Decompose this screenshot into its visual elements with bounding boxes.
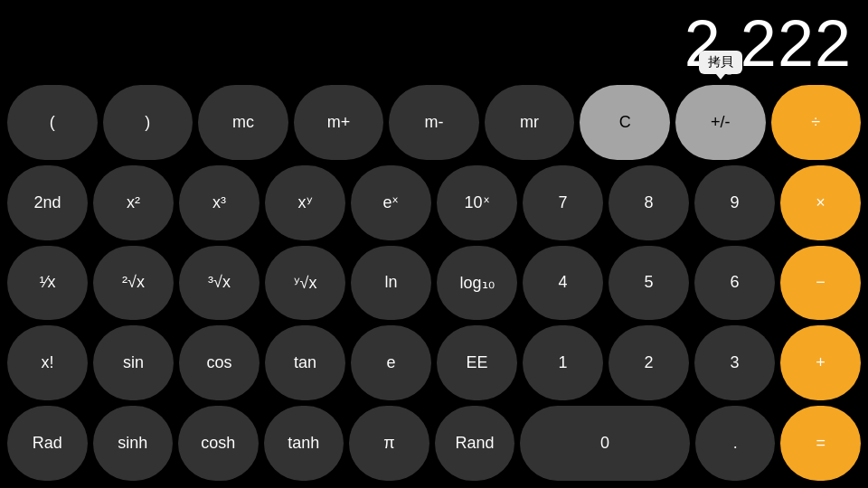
btn-label-equals: =	[816, 434, 826, 453]
btn-label-ex: eˣ	[382, 192, 399, 212]
btn-mr[interactable]: mr	[485, 85, 575, 160]
btn-label-mr: mr	[520, 113, 539, 132]
row-3: x!sincostaneEE123+	[7, 325, 861, 400]
btn-divide[interactable]: ÷	[771, 85, 862, 160]
btn-label-m-plus: m+	[327, 113, 351, 132]
btn-clear[interactable]: C	[580, 85, 670, 160]
btn-label-3: 3	[730, 353, 739, 372]
btn-sqrt3[interactable]: ³√x	[179, 246, 259, 321]
btn-label-factorial: x!	[41, 353, 53, 372]
btn-label-sqrty: ʸ√x	[294, 273, 317, 293]
btn-5[interactable]: 5	[609, 246, 689, 321]
btn-6[interactable]: 6	[694, 246, 775, 321]
btn-label-log10: log₁₀	[459, 273, 494, 293]
btn-label-1: 1	[558, 353, 567, 372]
btn-label-sin: sin	[123, 353, 144, 372]
btn-ex[interactable]: eˣ	[351, 165, 431, 240]
row-2: ¹∕x²√x³√xʸ√xlnlog₁₀456−	[7, 246, 861, 321]
btn-label-xy: xʸ	[298, 192, 313, 212]
btn-label-dot: .	[733, 434, 738, 453]
btn-cos[interactable]: cos	[179, 325, 259, 400]
btn-label-paren-open: (	[50, 113, 55, 132]
btn-label-cosh: cosh	[201, 434, 235, 453]
row-0: ()mcm+m-mrC拷貝+/-÷	[7, 85, 861, 160]
btn-label-clear: C	[619, 113, 631, 132]
btn-4[interactable]: 4	[523, 246, 603, 321]
btn-label-mc: mc	[232, 113, 254, 132]
btn-3[interactable]: 3	[694, 325, 775, 400]
btn-plus-minus[interactable]: 拷貝+/-	[675, 85, 766, 160]
btn-pi[interactable]: π	[349, 406, 429, 481]
btn-rand[interactable]: Rand	[435, 406, 515, 481]
btn-label-0: 0	[600, 434, 609, 453]
btn-m-plus[interactable]: m+	[294, 85, 384, 160]
btn-tanh[interactable]: tanh	[264, 406, 344, 481]
btn-rad[interactable]: Rad	[7, 406, 88, 481]
btn-plus[interactable]: +	[780, 325, 861, 400]
btn-label-ln: ln	[384, 273, 397, 292]
btn-1[interactable]: 1	[523, 325, 603, 400]
btn-sinh[interactable]: sinh	[93, 406, 174, 481]
btn-paren-close[interactable]: )	[103, 85, 193, 160]
btn-10x[interactable]: 10ˣ	[437, 165, 517, 240]
btn-ee[interactable]: EE	[437, 325, 517, 400]
btn-label-plus-minus: +/-	[711, 113, 731, 132]
btn-label-6: 6	[730, 273, 739, 292]
btn-label-plus: +	[816, 353, 826, 372]
btn-multiply[interactable]: ×	[780, 165, 861, 240]
btn-sin[interactable]: sin	[93, 325, 174, 400]
btn-2nd[interactable]: 2nd	[7, 165, 88, 240]
btn-label-tan: tan	[294, 353, 316, 372]
btn-label-sqrt3: ³√x	[208, 273, 231, 292]
btn-label-x2: x²	[127, 193, 140, 212]
btn-label-5: 5	[644, 273, 653, 292]
btn-label-rand: Rand	[455, 434, 494, 453]
btn-2[interactable]: 2	[609, 325, 689, 400]
btn-0[interactable]: 0	[520, 406, 690, 481]
btn-factorial[interactable]: x!	[7, 325, 88, 400]
btn-x2[interactable]: x²	[93, 165, 174, 240]
btn-inv-x[interactable]: ¹∕x	[7, 246, 88, 321]
btn-8[interactable]: 8	[609, 165, 689, 240]
btn-mc[interactable]: mc	[198, 85, 288, 160]
btn-label-2nd: 2nd	[33, 193, 61, 212]
btn-label-9: 9	[730, 193, 739, 212]
btn-x3[interactable]: x³	[179, 165, 259, 240]
btn-e[interactable]: e	[351, 325, 431, 400]
display: 2,222	[0, 0, 868, 81]
btn-label-tanh: tanh	[288, 434, 319, 453]
btn-label-m-minus: m-	[425, 113, 444, 132]
btn-cosh[interactable]: cosh	[178, 406, 259, 481]
btn-m-minus[interactable]: m-	[389, 85, 479, 160]
btn-label-10x: 10ˣ	[464, 192, 489, 212]
row-4: RadsinhcoshtanhπRand0.=	[7, 406, 861, 481]
btn-label-sinh: sinh	[118, 434, 147, 453]
btn-equals[interactable]: =	[780, 406, 861, 481]
btn-dot[interactable]: .	[695, 406, 776, 481]
btn-label-x3: x³	[212, 193, 226, 212]
btn-minus[interactable]: −	[780, 246, 861, 321]
display-value: 2,222	[684, 11, 852, 76]
btn-sqrt2[interactable]: ²√x	[93, 246, 174, 321]
btn-tan[interactable]: tan	[265, 325, 345, 400]
btn-label-e: e	[386, 353, 395, 372]
btn-label-2: 2	[644, 353, 653, 372]
btn-label-inv-x: ¹∕x	[40, 273, 56, 292]
btn-label-minus: −	[816, 273, 826, 292]
btn-log10[interactable]: log₁₀	[437, 246, 517, 321]
btn-ln[interactable]: ln	[351, 246, 431, 321]
btn-label-cos: cos	[206, 353, 231, 372]
btn-label-7: 7	[558, 193, 567, 212]
btn-label-8: 8	[644, 193, 653, 212]
btn-9[interactable]: 9	[694, 165, 775, 240]
btn-sqrty[interactable]: ʸ√x	[265, 246, 345, 321]
btn-xy[interactable]: xʸ	[265, 165, 345, 240]
btn-label-multiply: ×	[816, 193, 826, 212]
row-1: 2ndx²x³xʸeˣ10ˣ789×	[7, 165, 861, 240]
btn-label-paren-close: )	[145, 113, 150, 132]
btn-label-rad: Rad	[33, 434, 62, 453]
btn-label-4: 4	[558, 273, 567, 292]
btn-paren-open[interactable]: (	[7, 85, 98, 160]
btn-7[interactable]: 7	[523, 165, 603, 240]
btn-label-pi: π	[383, 434, 394, 453]
